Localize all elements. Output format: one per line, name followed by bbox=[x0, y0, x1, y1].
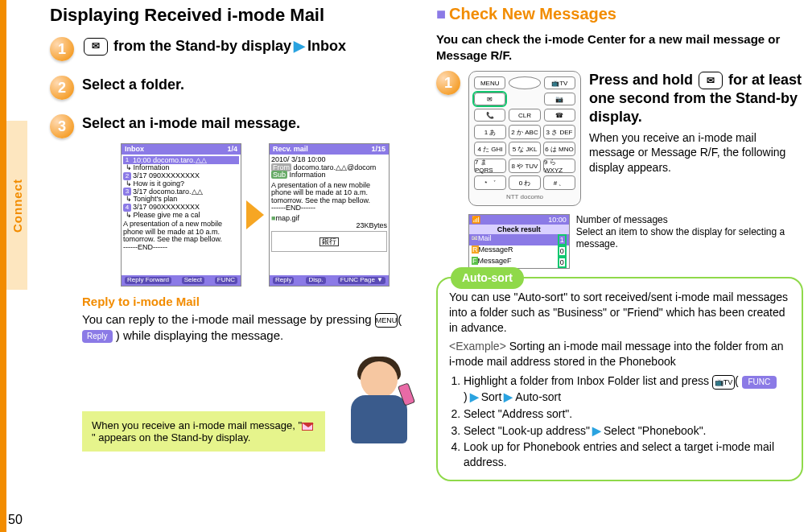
page-title: Displaying Received i-mode Mail bbox=[50, 5, 428, 26]
step-2-text: Select a folder. bbox=[82, 76, 184, 94]
tip-balloon: When you receive an i-mode mail message,… bbox=[82, 411, 325, 452]
kp-tv: 📺TV bbox=[544, 76, 575, 89]
check-result-screenshot: 📶10:00 Check result ✉Mail1 RMessageR0 FM… bbox=[468, 214, 570, 269]
mail-notif-icon bbox=[302, 423, 313, 431]
kp-menu: MENU bbox=[474, 76, 505, 89]
step-3: 3 Select an i-mode mail message. bbox=[50, 114, 428, 138]
auto-sort-example: <Example> Sorting an i-mode mail message… bbox=[449, 339, 790, 369]
square-bullet-icon: ■ bbox=[436, 5, 446, 23]
step-number-1: 1 bbox=[50, 37, 74, 61]
mail-detail-screenshot: Recv. mail1/15 2010/ 3/18 10:00 From doc… bbox=[269, 143, 390, 287]
mail-key-icon: ✉ bbox=[699, 72, 723, 89]
step-3-text: Select an i-mode mail message. bbox=[82, 114, 300, 133]
kp-clr: CLR bbox=[509, 109, 540, 122]
person-illustration bbox=[332, 355, 428, 452]
arrow-icon: ▶ bbox=[592, 424, 601, 437]
phone-keypad-illustration: MENU 📺TV ✉ 📷 📞 CLR ☎ 1 あ 2 か ABC 3 さ DEF bbox=[468, 71, 581, 206]
right-step-1: 1 MENU 📺TV ✉ 📷 📞 CLR ☎ 1 あ bbox=[436, 71, 803, 206]
auto-sort-step-2: Select "Address sort". bbox=[464, 406, 790, 422]
auto-sort-step-1: Highlight a folder from Inbox Folder lis… bbox=[464, 373, 790, 404]
tv-key-icon: 📺TV bbox=[712, 375, 735, 390]
kp-end: ☎ bbox=[544, 109, 575, 122]
keypad-brand: NTT docomo bbox=[474, 193, 575, 200]
right-step-1-text: Press and hold ✉ for at least one second… bbox=[589, 71, 803, 206]
right-column: ■Check New Messages You can check the i-… bbox=[436, 0, 803, 527]
auto-sort-step-4: Look up for Phonebook entries and select… bbox=[464, 439, 790, 470]
left-column: Displaying Received i-mode Mail 1 ✉ from… bbox=[50, 0, 428, 527]
edge-strip bbox=[0, 0, 6, 532]
step-1: 1 ✉ from the Stand-by display▶Inbox bbox=[50, 37, 428, 61]
screenshots-row: Inbox1/4 110:00 docomo.taro.△△ ↳Informat… bbox=[82, 143, 428, 287]
auto-sort-steps: Highlight a folder from Inbox Folder lis… bbox=[464, 373, 790, 470]
arrow-icon: ▶ bbox=[504, 390, 513, 403]
arrow-icon: ▶ bbox=[470, 390, 479, 403]
reply-paragraph: You can reply to the i-mode mail message… bbox=[82, 311, 428, 344]
right-step-number-1: 1 bbox=[436, 71, 460, 95]
inbox-screenshot: Inbox1/4 110:00 docomo.taro.△△ ↳Informat… bbox=[121, 143, 241, 287]
mail-key-icon: ✉ bbox=[84, 38, 108, 56]
check-result-caption: Number of messages Select an item to sho… bbox=[576, 214, 803, 269]
func-softkey: FUNC bbox=[742, 376, 777, 389]
step-number-2: 2 bbox=[50, 76, 74, 100]
kp-camera: 📷 bbox=[544, 93, 575, 105]
section-intro: You can check the i-mode Center for a ne… bbox=[436, 31, 803, 63]
auto-sort-intro: You can use "Auto-sort" to sort received… bbox=[449, 290, 790, 336]
section-tab: Connect bbox=[6, 121, 27, 290]
step-1-text: ✉ from the Stand-by display▶Inbox bbox=[82, 37, 346, 56]
arrow-icon: ▶ bbox=[294, 38, 305, 54]
auto-sort-box: Auto-sort You can use "Auto-sort" to sor… bbox=[436, 277, 803, 481]
arrow-right-icon bbox=[246, 200, 264, 229]
tip-row: When you receive an i-mode mail message,… bbox=[82, 355, 428, 452]
section-heading: ■Check New Messages bbox=[436, 5, 803, 23]
auto-sort-tag: Auto-sort bbox=[451, 267, 524, 289]
step-2: 2 Select a folder. bbox=[50, 76, 428, 100]
kp-dpad bbox=[509, 76, 540, 89]
kp-call: 📞 bbox=[474, 109, 505, 122]
step-number-3: 3 bbox=[50, 114, 74, 138]
check-result-row: 📶10:00 Check result ✉Mail1 RMessageR0 FM… bbox=[468, 214, 803, 269]
left-margin: Connect 50 bbox=[0, 0, 50, 532]
reply-heading: Reply to i-mode Mail bbox=[82, 295, 428, 308]
page-number: 50 bbox=[8, 513, 23, 527]
section-tab-label: Connect bbox=[10, 179, 24, 233]
menu-key-icon: MENU bbox=[375, 313, 398, 328]
kp-mail-highlight: ✉ bbox=[474, 93, 505, 105]
reply-softkey: Reply bbox=[82, 330, 113, 343]
auto-sort-step-3: Select "Look-up address"▶Select "Phonebo… bbox=[464, 423, 790, 439]
